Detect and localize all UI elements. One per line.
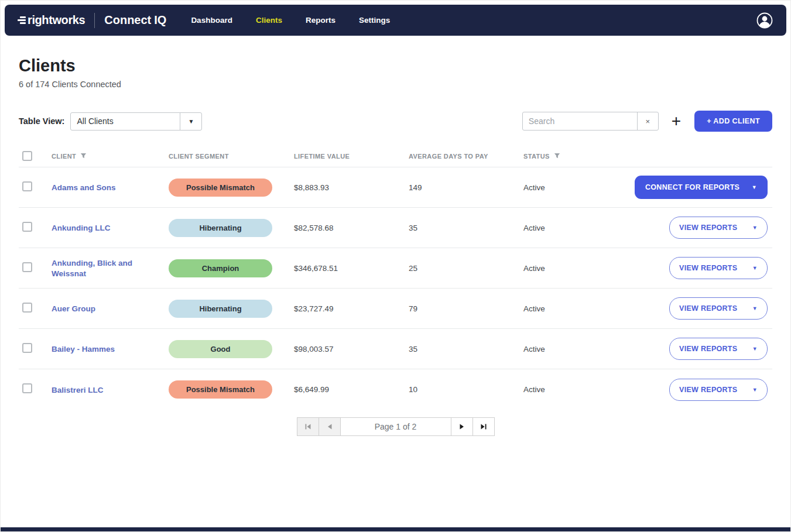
header-average-days: AVERAGE DAYS TO PAY [409,153,523,160]
row-checkbox[interactable] [22,181,32,191]
brand-name: rightworks [28,13,85,27]
dropdown-arrow-icon: ▼ [752,306,758,311]
status-text: Active [523,224,621,232]
row-action-button[interactable]: VIEW REPORTS ▼ [669,297,768,320]
status-text: Active [523,304,621,313]
header-client[interactable]: CLIENT [52,153,169,160]
skip-first-icon [304,423,311,430]
row-action-button[interactable]: VIEW REPORTS ▼ [669,257,768,279]
status-text: Active [523,183,621,192]
table-view-select[interactable]: All Clients ▼ [70,112,202,131]
action-cell: VIEW REPORTS ▼ [621,217,772,239]
rightworks-logo-icon [18,16,26,24]
client-cell: Adams and Sons [52,182,169,193]
segment-badge: Champion [169,259,272,277]
nav-item-reports[interactable]: Reports [306,16,335,25]
next-page-icon [458,423,465,430]
footer-strip [1,527,790,531]
row-action-label: VIEW REPORTS [679,386,737,394]
search-clear-button[interactable]: × [637,112,658,130]
row-checkbox[interactable] [22,383,32,393]
nav-item-settings[interactable]: Settings [359,16,390,25]
close-icon: × [646,117,650,126]
segment-badge: Good [169,340,272,358]
lifetime-value: $346,678.51 [294,264,409,273]
row-action-button[interactable]: CONNECT FOR REPORTS ▼ [635,176,768,199]
row-checkbox[interactable] [22,222,32,232]
dropdown-arrow-icon: ▼ [752,265,758,271]
table-row: Bailey - Hammes Good $98,003.57 35 Activ… [19,329,772,369]
row-checkbox[interactable] [22,343,32,353]
skip-last-icon [480,423,487,430]
row-checkbox-cell [19,383,52,396]
segment-badge: Possible Mismatch [169,179,272,197]
client-name-link[interactable]: Ankunding LLC [52,224,110,232]
client-cell: Balistreri LLC [52,385,169,395]
segment-badge: Hibernating [169,300,272,318]
toolbar: Table View: All Clients ▼ × + + ADD CLIE… [19,111,772,132]
user-avatar-icon[interactable] [756,12,773,29]
row-action-label: VIEW REPORTS [679,224,737,232]
table-body: Adams and Sons Possible Mismatch $8,883.… [19,167,772,410]
nav-item-clients[interactable]: Clients [256,16,282,25]
chevron-down-icon: ▼ [188,118,194,125]
action-cell: VIEW REPORTS ▼ [621,257,772,279]
header-lifetime-value-label: LIFETIME VALUE [294,153,350,160]
nav-item-dashboard[interactable]: Dashboard [191,16,232,25]
brand-logo[interactable]: rightworks ConnectIQ [18,13,166,28]
dropdown-arrow-icon: ▼ [752,225,758,231]
table-row: Ankunding LLC Hibernating $82,578.68 35 … [19,208,772,248]
row-checkbox[interactable] [22,303,32,313]
segment-cell: Champion [169,259,294,277]
table-view-arrow-cell[interactable]: ▼ [180,113,201,130]
table-header-row: CLIENT CLIENT SEGMENT LIFETIME VALUE AVE… [19,145,772,167]
filter-icon[interactable] [554,153,560,159]
client-name-link[interactable]: Auer Group [52,304,95,313]
page-subtitle: 6 of 174 Clients Connected [19,80,772,89]
pagination-next-button[interactable] [451,417,473,436]
add-client-button[interactable]: + ADD CLIENT [694,111,772,132]
avg-days-to-pay: 149 [409,183,523,192]
header-checkbox-cell [19,151,52,161]
action-cell: VIEW REPORTS ▼ [621,338,772,360]
segment-cell: Possible Mismatch [169,179,294,197]
client-name-link[interactable]: Bailey - Hammes [52,345,115,353]
header-client-segment: CLIENT SEGMENT [169,153,294,160]
row-action-button[interactable]: VIEW REPORTS ▼ [669,379,768,401]
pagination-prev-button[interactable] [319,417,341,436]
row-checkbox-cell [19,262,52,274]
segment-cell: Hibernating [169,300,294,318]
row-action-label: VIEW REPORTS [679,264,737,272]
search-input[interactable] [523,116,637,126]
dropdown-arrow-icon: ▼ [752,184,757,190]
status-text: Active [523,264,621,273]
row-checkbox-cell [19,181,52,194]
clients-table: CLIENT CLIENT SEGMENT LIFETIME VALUE AVE… [19,145,772,410]
client-cell: Ankunding LLC [52,222,169,233]
header-client-segment-label: CLIENT SEGMENT [169,153,229,160]
client-name-link[interactable]: Ankunding, Blick and Weissnat [52,259,132,278]
top-navbar: rightworks ConnectIQ Dashboard Clients R… [5,5,786,36]
row-action-label: VIEW REPORTS [679,345,737,353]
client-name-link[interactable]: Balistreri LLC [52,386,104,394]
row-action-button[interactable]: VIEW REPORTS ▼ [669,217,768,239]
row-checkbox[interactable] [22,262,32,272]
pagination-last-button[interactable] [472,417,495,436]
quick-add-plus-icon[interactable]: + [672,113,681,129]
pagination-first-button[interactable] [297,417,319,436]
row-action-button[interactable]: VIEW REPORTS ▼ [669,338,768,360]
row-action-label: VIEW REPORTS [679,304,737,313]
segment-cell: Good [169,340,294,358]
client-name-link[interactable]: Adams and Sons [52,183,116,192]
select-all-checkbox[interactable] [22,151,32,161]
table-view-label: Table View: [19,116,64,126]
action-cell: CONNECT FOR REPORTS ▼ [621,176,772,199]
avg-days-to-pay: 25 [409,264,523,273]
search-box: × [522,112,659,131]
header-status[interactable]: STATUS [523,153,621,160]
nav-menu: Dashboard Clients Reports Settings [191,16,390,25]
header-status-label: STATUS [523,153,550,160]
filter-icon[interactable] [80,153,87,159]
lifetime-value: $6,649.99 [294,385,409,394]
pagination: Page 1 of 2 [19,417,772,436]
